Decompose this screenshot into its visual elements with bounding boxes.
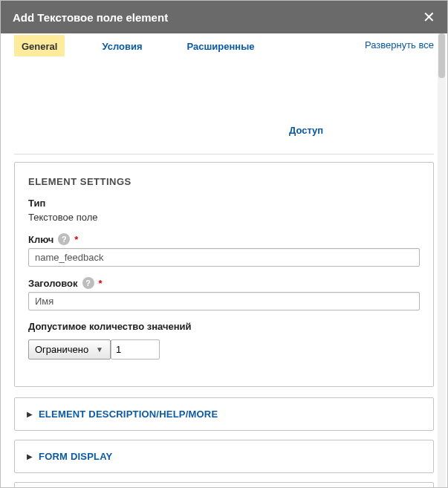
tab-conditions[interactable]: Условия <box>94 35 149 56</box>
expand-all-link[interactable]: Развернуть все <box>365 35 434 51</box>
label-type: Тип <box>28 198 420 209</box>
tab-general[interactable]: General <box>14 35 65 56</box>
tab-access[interactable]: Доступ <box>282 119 331 140</box>
row-title: Заголовок ? * <box>28 277 420 310</box>
help-icon[interactable]: ? <box>58 233 70 245</box>
tabs-bar: General Условия Расширенные Развернуть в… <box>14 33 434 140</box>
fieldset-element-settings: ELEMENT SETTINGS Тип Текстовое поле Ключ… <box>14 162 434 387</box>
title-input[interactable] <box>28 292 420 310</box>
label-allowed-values: Допустимое количество значений <box>28 321 420 332</box>
fieldset-legend: ELEMENT SETTINGS <box>28 176 420 187</box>
label-title: Заголовок ? * <box>28 277 420 289</box>
details-form-display-title: FORM DISPLAY <box>39 451 112 462</box>
row-allowed-values: Допустимое количество значений Ограничен… <box>28 321 420 360</box>
limit-select-wrap: Ограничено ▼ <box>28 339 103 360</box>
limit-select[interactable]: Ограничено <box>28 339 111 360</box>
caret-right-icon: ▶ <box>27 452 33 461</box>
modal-title: Add Текстовое поле element <box>13 11 168 24</box>
limit-number-input[interactable] <box>111 339 160 360</box>
scrollbar-thumb[interactable] <box>438 33 445 78</box>
help-icon[interactable]: ? <box>82 277 94 289</box>
details-form-display[interactable]: ▶ FORM DISPLAY <box>14 440 434 473</box>
required-marker: * <box>99 278 103 289</box>
label-key: Ключ ? * <box>28 233 420 245</box>
vertical-scrollbar[interactable] <box>438 33 446 487</box>
tab-advanced[interactable]: Расширенные <box>180 35 262 56</box>
details-description[interactable]: ▶ ELEMENT DESCRIPTION/HELP/MORE <box>14 397 434 431</box>
close-icon[interactable]: ✕ <box>423 10 435 25</box>
caret-right-icon: ▶ <box>27 410 33 418</box>
modal-dialog: Add Текстовое поле element ✕ General Усл… <box>0 0 448 488</box>
modal-header: Add Текстовое поле element ✕ <box>1 1 447 33</box>
label-title-text: Заголовок <box>28 278 78 289</box>
key-input[interactable] <box>28 248 420 267</box>
value-type: Текстовое поле <box>28 212 420 223</box>
required-marker: * <box>74 234 78 245</box>
details-description-title: ELEMENT DESCRIPTION/HELP/MORE <box>39 409 218 420</box>
row-type: Тип Текстовое поле <box>28 198 420 223</box>
label-key-text: Ключ <box>28 234 53 245</box>
modal-body: General Условия Расширенные Развернуть в… <box>1 33 447 487</box>
details-validation[interactable]: ▶ ПРОВЕРКА ФОРМЫ <box>14 482 434 487</box>
tabs-divider <box>14 154 434 154</box>
row-key: Ключ ? * <box>28 233 420 267</box>
